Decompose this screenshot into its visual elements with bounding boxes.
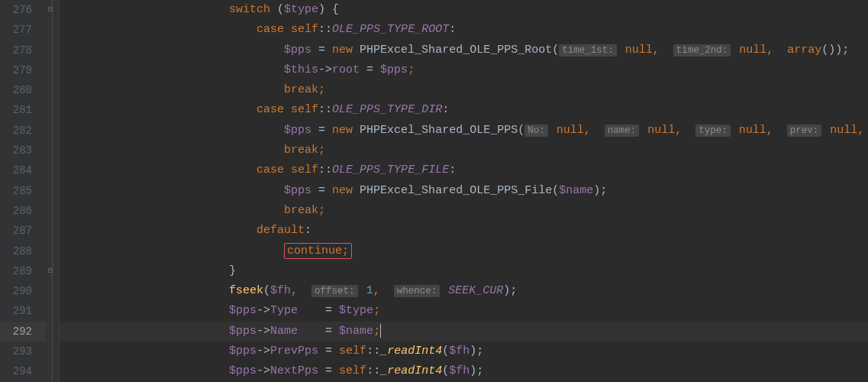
param-hint: time_1st: [559,44,617,57]
code-line[interactable]: } [60,261,868,281]
code-line[interactable]: $pps->PrevPps = self::_readInt4($fh); [60,342,868,361]
line-number: 285 [0,181,46,201]
param-hint: offset: [311,285,358,297]
line-number: 277 [0,20,46,40]
code-line[interactable]: $pps = new PHPExcel_Shared_OLE_PPS(No: n… [60,121,868,141]
param-hint: whence: [394,285,440,297]
line-number: 289 [0,261,46,281]
code-line[interactable]: $pps->Type = $type; [60,301,868,321]
line-number: 276 [0,0,46,20]
code-editor[interactable]: 276 277 278 279 280 281 282 283 284 285 … [0,0,868,382]
code-line[interactable]: break; [60,141,868,160]
line-number: 278 [0,40,46,60]
param-hint: type: [695,125,731,137]
code-line-current[interactable]: $pps->Name = $name; [60,322,868,342]
line-number: 279 [0,60,46,80]
code-line[interactable]: $pps = new PHPExcel_Shared_OLE_PPS_Root(… [60,40,868,60]
code-line[interactable]: case self::OLE_PPS_TYPE_FILE: [60,160,868,180]
line-number: 287 [0,221,46,241]
param-hint: prev: [787,125,822,137]
line-number: 284 [0,160,46,180]
fold-end-icon[interactable]: ⊟ [48,267,56,275]
caret-icon [380,324,381,338]
param-hint: name: [605,125,640,137]
code-line[interactable]: switch ($type) { [60,0,868,20]
code-line[interactable]: continue; [60,241,868,261]
code-line[interactable]: $pps = new PHPExcel_Shared_OLE_PPS_File(… [60,181,868,201]
line-number: 291 [0,301,46,321]
line-number: 280 [0,80,46,100]
code-area[interactable]: switch ($type) { case self::OLE_PPS_TYPE… [60,0,868,382]
line-number: 282 [0,121,46,141]
code-line[interactable]: default: [60,221,868,241]
line-number: 293 [0,342,46,361]
code-line[interactable]: $pps->NextPps = self::_readInt4($fh); [60,361,868,381]
line-number: 281 [0,100,46,120]
line-number-gutter: 276 277 278 279 280 281 282 283 284 285 … [0,0,46,382]
line-number: 286 [0,201,46,221]
line-number-current: 292 [0,322,46,342]
line-number: 294 [0,361,46,381]
code-line[interactable]: break; [60,201,868,221]
param-hint: No: [524,125,548,137]
code-line[interactable]: case self::OLE_PPS_TYPE_ROOT: [60,20,868,40]
code-line[interactable]: fseek($fh, offset: 1, whence: SEEK_CUR); [60,281,868,301]
code-line[interactable]: case self::OLE_PPS_TYPE_DIR: [60,100,868,120]
line-number: 290 [0,281,46,301]
code-line[interactable]: break; [60,80,868,100]
error-highlight[interactable]: continue; [284,243,352,259]
fold-marker-icon[interactable]: ⊟ [48,6,56,14]
line-number: 283 [0,141,46,160]
param-hint: time_2nd: [673,44,731,57]
line-number: 288 [0,241,46,261]
fold-gutter[interactable]: ⊟ ⊟ [46,0,60,382]
code-line[interactable]: $this->root = $pps; [60,60,868,80]
